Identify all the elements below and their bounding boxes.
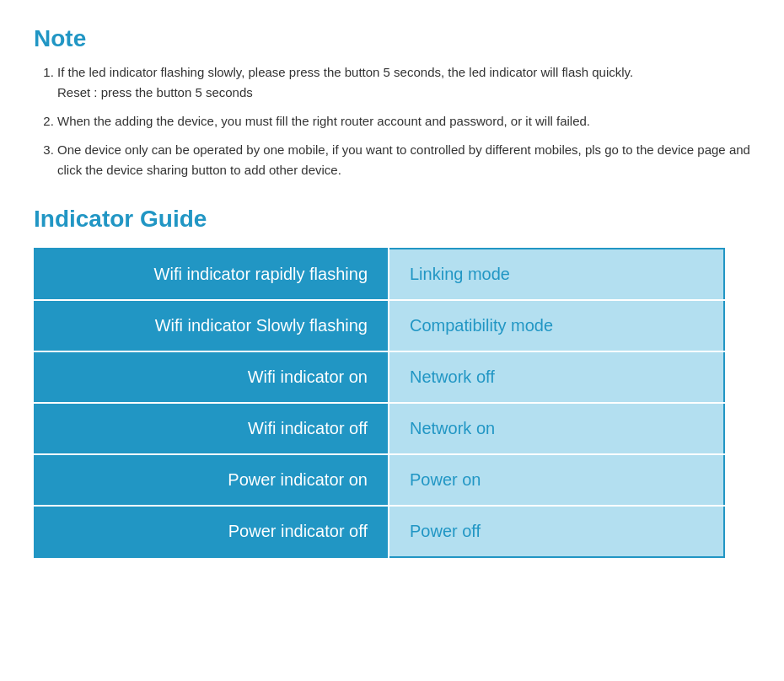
indicator-label-wifi-rapid: Wifi indicator rapidly flashing xyxy=(35,249,389,300)
note-item-1: If the led indicator flashing slowly, pl… xyxy=(57,62,750,103)
note-title: Note xyxy=(34,25,750,52)
indicator-value-wifi-rapid: Linking mode xyxy=(389,249,724,300)
indicator-value-wifi-on: Network off xyxy=(389,351,724,403)
table-row: Wifi indicator off Network on xyxy=(35,403,724,454)
indicator-value-wifi-slow: Compatibility mode xyxy=(389,300,724,351)
table-row: Wifi indicator Slowly flashing Compatibi… xyxy=(35,300,724,351)
note-item-3: One device only can be operated by one m… xyxy=(57,140,750,180)
indicator-label-wifi-on: Wifi indicator on xyxy=(35,351,389,403)
table-row: Power indicator off Power off xyxy=(35,506,724,557)
indicator-table: Wifi indicator rapidly flashing Linking … xyxy=(34,248,725,558)
table-row: Power indicator on Power on xyxy=(35,454,724,506)
indicator-label-wifi-slow: Wifi indicator Slowly flashing xyxy=(35,300,389,351)
indicator-value-power-off: Power off xyxy=(389,506,724,557)
indicator-guide-title: Indicator Guide xyxy=(34,206,750,233)
table-row: Wifi indicator rapidly flashing Linking … xyxy=(35,249,724,300)
note-item-2: When the adding the device, you must fil… xyxy=(57,111,750,131)
indicator-value-wifi-off: Network on xyxy=(389,403,724,454)
table-row: Wifi indicator on Network off xyxy=(35,351,724,403)
indicator-value-power-on: Power on xyxy=(389,454,724,506)
indicator-label-power-on: Power indicator on xyxy=(35,454,389,506)
note-list: If the led indicator flashing slowly, pl… xyxy=(34,62,750,180)
indicator-label-power-off: Power indicator off xyxy=(35,506,389,557)
indicator-label-wifi-off: Wifi indicator off xyxy=(35,403,389,454)
